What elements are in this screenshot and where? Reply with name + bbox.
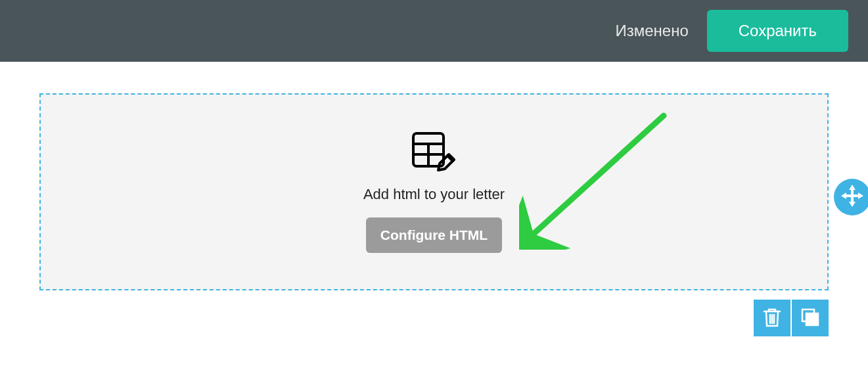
block-actions — [754, 300, 829, 336]
topbar: Изменено Сохранить — [0, 0, 868, 62]
configure-html-button[interactable]: Configure HTML — [366, 217, 502, 253]
move-handle[interactable] — [834, 179, 868, 215]
copy-icon — [800, 307, 820, 329]
svg-rect-10 — [845, 194, 859, 197]
move-icon — [841, 185, 863, 210]
trash-icon — [763, 307, 781, 329]
save-button[interactable]: Сохранить — [707, 10, 848, 52]
editor-area: Add html to your letter Configure HTML — [0, 62, 868, 290]
html-block[interactable]: Add html to your letter Configure HTML — [39, 93, 829, 290]
edit-table-icon — [411, 131, 458, 175]
delete-button[interactable] — [754, 300, 790, 336]
block-description: Add html to your letter — [363, 186, 505, 203]
duplicate-button[interactable] — [792, 300, 829, 336]
status-text: Изменено — [615, 22, 688, 40]
svg-rect-16 — [806, 313, 818, 325]
